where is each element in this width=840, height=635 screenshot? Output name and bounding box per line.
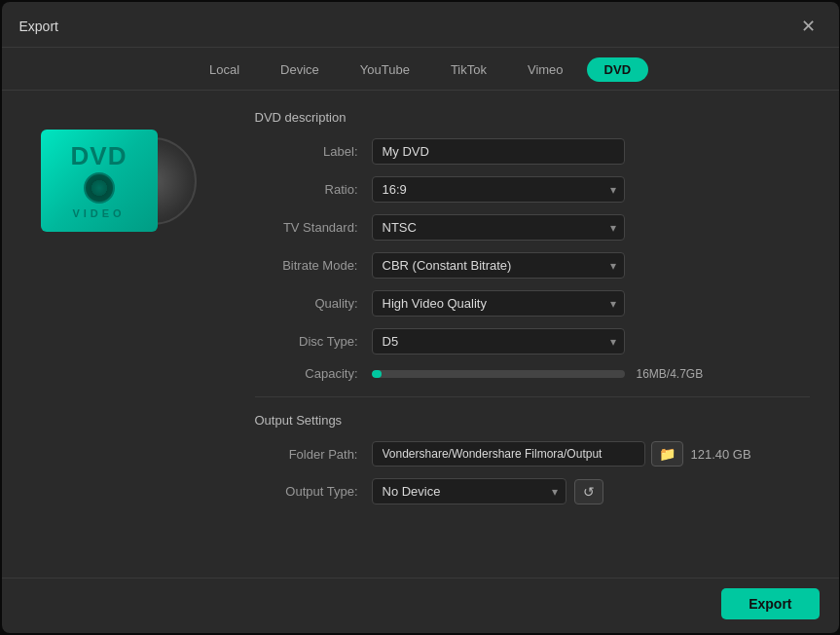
quality-select[interactable]: High Video Quality Medium Video Quality … (372, 290, 625, 317)
folder-size: 121.40 GB (691, 447, 751, 462)
dvd-disc-icon (84, 172, 115, 204)
dvd-section-title: DVD description (255, 110, 810, 125)
ratio-select[interactable]: 16:9 4:3 (372, 176, 625, 203)
capacity-field-label: Capacity: (255, 366, 372, 381)
label-row: Label: (255, 138, 810, 165)
browse-folder-button[interactable]: 📁 (651, 441, 683, 467)
export-dialog: Export ✕ Local Device YouTube TikTok Vim… (2, 2, 839, 633)
output-type-field-label: Output Type: (255, 484, 372, 499)
tab-tiktok[interactable]: TikTok (433, 57, 504, 82)
export-button[interactable]: Export (721, 588, 819, 619)
output-type-select[interactable]: No Device (372, 478, 566, 504)
dialog-body: DVD VIDEO DVD description Label: Ratio: (2, 91, 839, 578)
quality-control: High Video Quality Medium Video Quality … (372, 290, 625, 317)
dvd-label-top: DVD (71, 143, 128, 168)
tab-device[interactable]: Device (263, 57, 337, 82)
label-control (372, 138, 625, 165)
tv-standard-select[interactable]: NTSC PAL (372, 214, 625, 241)
tab-bar: Local Device YouTube TikTok Vimeo DVD (2, 48, 839, 91)
tv-standard-row: TV Standard: NTSC PAL ▾ (255, 214, 810, 241)
close-button[interactable]: ✕ (795, 14, 822, 39)
dvd-icon-wrapper: DVD VIDEO (41, 130, 197, 237)
capacity-text: 16MB/4.7GB (637, 367, 704, 381)
capacity-row: Capacity: 16MB/4.7GB (255, 366, 810, 381)
dvd-label-bottom: VIDEO (72, 207, 125, 219)
bitrate-mode-field-label: Bitrate Mode: (255, 258, 372, 273)
left-panel: DVD VIDEO (2, 91, 236, 578)
refresh-button[interactable]: ↺ (574, 479, 603, 504)
tab-local[interactable]: Local (192, 57, 257, 82)
folder-path-input[interactable] (372, 441, 645, 467)
label-field-label: Label: (255, 144, 372, 159)
dialog-title: Export (19, 19, 58, 34)
tab-dvd[interactable]: DVD (587, 57, 648, 82)
folder-icon: 📁 (659, 446, 676, 462)
quality-select-wrapper: High Video Quality Medium Video Quality … (372, 290, 625, 317)
tv-standard-control: NTSC PAL ▾ (372, 214, 625, 241)
right-panel: DVD description Label: Ratio: 16:9 4:3 (236, 91, 839, 578)
bitrate-mode-control: CBR (Constant Bitrate) VBR (Variable Bit… (372, 252, 625, 279)
disc-type-field-label: Disc Type: (255, 334, 372, 349)
refresh-icon: ↺ (583, 484, 595, 500)
folder-path-row: Folder Path: 📁 121.40 GB (255, 441, 810, 467)
quality-field-label: Quality: (255, 296, 372, 311)
capacity-bar-fill (372, 370, 382, 378)
capacity-bar (372, 370, 625, 378)
disc-type-control: D5 D9 ▾ (372, 328, 625, 355)
dialog-footer: Export (2, 578, 839, 633)
tv-standard-field-label: TV Standard: (255, 220, 372, 235)
folder-path-field-label: Folder Path: (255, 447, 372, 462)
section-divider (255, 396, 810, 397)
output-type-controls: No Device ▾ ↺ (372, 478, 603, 504)
disc-type-select-wrapper: D5 D9 ▾ (372, 328, 625, 355)
tab-youtube[interactable]: YouTube (343, 57, 427, 82)
quality-row: Quality: High Video Quality Medium Video… (255, 290, 810, 317)
ratio-field-label: Ratio: (255, 182, 372, 197)
tv-standard-select-wrapper: NTSC PAL ▾ (372, 214, 625, 241)
bitrate-mode-select-wrapper: CBR (Constant Bitrate) VBR (Variable Bit… (372, 252, 625, 279)
folder-path-wrapper: 📁 (372, 441, 683, 467)
bitrate-mode-row: Bitrate Mode: CBR (Constant Bitrate) VBR… (255, 252, 810, 279)
ratio-control: 16:9 4:3 ▾ (372, 176, 625, 203)
dvd-box: DVD VIDEO (41, 130, 158, 232)
disc-type-row: Disc Type: D5 D9 ▾ (255, 328, 810, 355)
bitrate-mode-select[interactable]: CBR (Constant Bitrate) VBR (Variable Bit… (372, 252, 625, 279)
label-input[interactable] (372, 138, 625, 165)
output-type-select-wrapper: No Device ▾ (372, 478, 566, 504)
dialog-header: Export ✕ (2, 2, 839, 48)
tab-vimeo[interactable]: Vimeo (510, 57, 581, 82)
output-section-title: Output Settings (255, 413, 810, 428)
ratio-select-wrapper: 16:9 4:3 ▾ (372, 176, 625, 203)
disc-type-select[interactable]: D5 D9 (372, 328, 625, 355)
ratio-row: Ratio: 16:9 4:3 ▾ (255, 176, 810, 203)
output-type-row: Output Type: No Device ▾ ↺ (255, 478, 810, 504)
